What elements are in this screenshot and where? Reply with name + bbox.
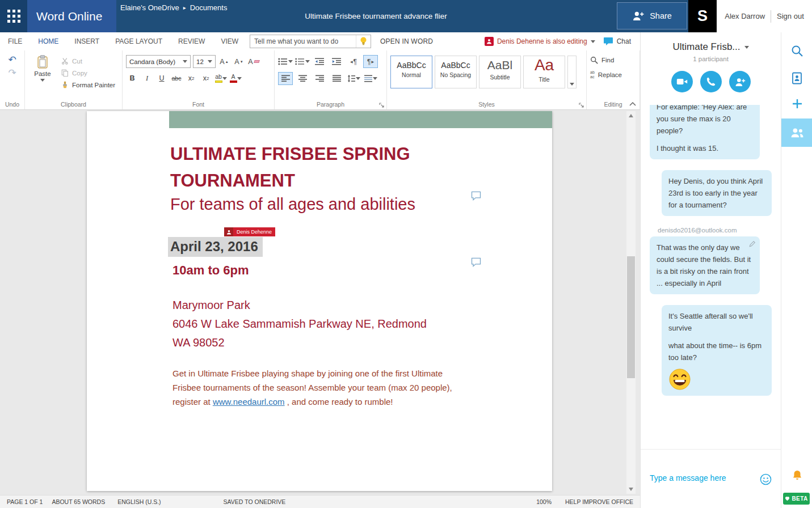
bullet-list-button[interactable] [278, 55, 293, 68]
right-to-left-paragraph-button[interactable]: ◀ ¶ [346, 55, 361, 68]
copy-button[interactable]: Copy [61, 69, 115, 77]
document-page[interactable]: ULTIMATE FRISBEE SPRING TOURNAMENT For t… [87, 111, 552, 491]
styles-group-label: Styles [387, 101, 586, 108]
add-participant-button[interactable] [729, 71, 751, 92]
align-left-button[interactable] [278, 72, 293, 85]
sign-out-link[interactable]: Sign out [777, 12, 804, 20]
bold-button[interactable]: B [126, 72, 138, 84]
breadcrumb-documents[interactable]: Documents [190, 3, 228, 12]
tab-view[interactable]: VIEW [213, 32, 246, 50]
font-size-combo[interactable]: 12 [193, 55, 216, 68]
style-no-spacing[interactable]: AaBbCc No Spacing [435, 56, 477, 88]
redo-button[interactable]: ↷ [8, 68, 16, 78]
undo-button[interactable]: ↶ [8, 55, 16, 65]
style-normal[interactable]: AaBbCc Normal [390, 56, 432, 88]
tab-file[interactable]: FILE [0, 32, 30, 50]
contacts-button[interactable] [781, 72, 812, 84]
video-call-button[interactable] [671, 71, 693, 92]
tab-insert[interactable]: INSERT [66, 32, 107, 50]
tell-me-input[interactable] [250, 35, 356, 48]
superscript-button[interactable]: x2 [200, 72, 212, 84]
flier-venue: Marymoor Park [173, 296, 427, 315]
grow-font-button[interactable]: A ▲ [218, 56, 230, 68]
voice-call-button[interactable] [700, 71, 722, 92]
document-scrollbar[interactable] [626, 111, 636, 494]
user-name[interactable]: Alex Darrow [725, 12, 765, 20]
word-count-status[interactable]: ABOUT 65 WORDS [52, 498, 105, 505]
font-color-button[interactable]: A [229, 72, 242, 84]
style-title[interactable]: Aa Title [523, 56, 565, 88]
flier-hyperlink[interactable]: www.needaurl.com [213, 397, 285, 407]
align-center-button[interactable] [295, 72, 310, 85]
collapse-ribbon-button[interactable] [629, 102, 636, 106]
share-button[interactable]: Share [617, 2, 687, 29]
chevron-down-icon [356, 77, 360, 80]
strikethrough-button[interactable]: abc [170, 72, 183, 84]
tab-page-layout[interactable]: PAGE LAYOUT [107, 32, 170, 50]
justify-button[interactable] [329, 72, 344, 85]
left-to-right-paragraph-button[interactable]: ¶ ▶ [363, 55, 378, 68]
help-improve-office-link[interactable]: HELP IMPROVE OFFICE [565, 498, 633, 505]
align-left-icon [281, 75, 290, 82]
shrink-font-button[interactable]: A ▼ [233, 56, 245, 68]
coauthor-presence-dropdown[interactable]: Denis Dehenne is also editing [485, 37, 595, 46]
undo-group: ↶ ↷ Undo [0, 50, 25, 109]
search-button[interactable] [781, 45, 812, 57]
style-subtitle[interactable]: AaBl Subtitle [479, 56, 521, 88]
line-spacing-button[interactable] [346, 72, 361, 85]
align-right-button[interactable] [312, 72, 327, 85]
chat-message: Hey Denis, do you think April 23rd is to… [662, 170, 772, 216]
app-launcher-button[interactable] [0, 0, 27, 32]
paste-dropdown-icon [40, 79, 45, 82]
paragraph-dialog-launcher[interactable] [379, 103, 384, 108]
numbered-list-button[interactable] [295, 55, 310, 68]
styles-gallery-more-button[interactable] [567, 56, 577, 88]
scroll-down-button[interactable] [626, 485, 636, 494]
clear-formatting-button[interactable]: A [247, 56, 260, 68]
skype-app-button[interactable]: S [688, 0, 717, 32]
find-button[interactable]: Find [590, 56, 636, 64]
zoom-level[interactable]: 100% [536, 498, 552, 505]
edit-message-icon[interactable] [749, 240, 756, 247]
underline-button[interactable]: U [155, 72, 168, 84]
saved-status[interactable]: SAVED TO ONEDRIVE [224, 498, 286, 505]
font-color-swatch [230, 81, 237, 83]
chevron-down-icon [570, 83, 574, 86]
format-painter-button[interactable]: Format Painter [61, 81, 115, 88]
people-panel-button-active[interactable] [781, 118, 812, 147]
cut-button[interactable]: Cut [61, 57, 115, 65]
language-status[interactable]: ENGLISH (U.S.) [117, 498, 161, 505]
paragraph-spacing-button[interactable] [363, 72, 378, 85]
font-family-combo[interactable]: Candara (Body) [126, 55, 191, 68]
styles-dialog-launcher[interactable] [579, 103, 584, 108]
increase-indent-button[interactable] [329, 55, 344, 68]
share-person-icon [632, 11, 645, 21]
chat-toggle-button[interactable]: Chat [603, 37, 631, 46]
italic-button[interactable]: I [141, 72, 153, 84]
document-title[interactable]: Ultimate Frisbee tournament advance flie… [227, 12, 525, 20]
open-in-word-button[interactable]: OPEN IN WORD [380, 37, 433, 45]
emoticon-picker-icon[interactable] [760, 473, 772, 485]
new-chat-button[interactable] [781, 98, 812, 109]
subscript-button[interactable]: x2 [185, 72, 197, 84]
chat-message-input[interactable] [650, 473, 746, 482]
scrollbar-thumb[interactable] [627, 256, 635, 378]
ribbon-tab-row: FILE HOME INSERT PAGE LAYOUT REVIEW VIEW… [0, 32, 640, 50]
tab-home[interactable]: HOME [30, 32, 66, 50]
notifications-button[interactable] [781, 469, 812, 481]
waffle-icon [7, 10, 20, 23]
comment-indicator-icon[interactable] [470, 190, 482, 201]
editing-group: Find ab ac Replace Editing [587, 50, 640, 109]
flier-date-selected: April 23, 2016 [168, 237, 263, 257]
replace-button[interactable]: ab ac Replace [590, 70, 636, 79]
decrease-indent-button[interactable] [312, 55, 327, 68]
comment-indicator-icon[interactable] [470, 257, 482, 268]
breadcrumb-onedrive[interactable]: Elaine's OneDrive [120, 3, 179, 12]
coauthor-cursor-flag[interactable]: Denis Dehenne [224, 227, 275, 236]
paste-button[interactable]: Paste [28, 55, 57, 98]
scroll-up-button[interactable] [626, 111, 636, 120]
app-brand[interactable]: Word Online [27, 0, 116, 32]
highlight-color-button[interactable]: ab [214, 72, 227, 84]
tab-review[interactable]: REVIEW [170, 32, 213, 50]
chat-conversation-dropdown[interactable]: Ultimate Frisb... [641, 41, 781, 53]
